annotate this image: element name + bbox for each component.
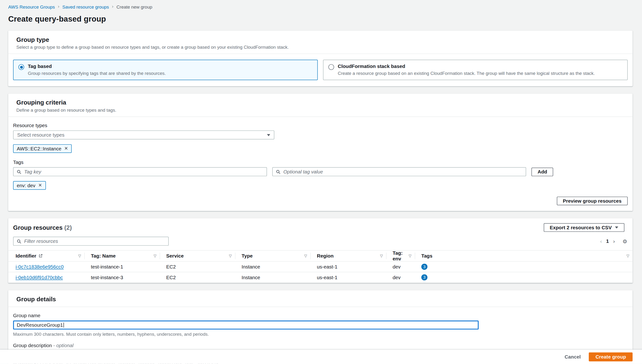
text-cursor: [63, 323, 64, 328]
cell-type: Instance: [235, 264, 311, 270]
group-resources-card: Group resources (2) Export 2 resources t…: [8, 218, 632, 283]
cell-service: EC2: [160, 264, 236, 270]
grouping-criteria-body: Resource types Select resource types AWS…: [8, 117, 632, 211]
grouping-criteria-title: Grouping criteria: [17, 99, 624, 106]
cell-identifier: i-0eb10d6f91d70cbbc: [8, 274, 85, 280]
previous-page-icon[interactable]: ‹: [600, 238, 602, 244]
close-icon[interactable]: ✕: [64, 146, 68, 151]
column-header-identifier[interactable]: Identifier ▽: [8, 252, 85, 259]
chevron-down-icon: [267, 134, 270, 136]
group-name-input[interactable]: DevResourceGroup1: [13, 320, 479, 330]
column-header-type[interactable]: Type ▽: [235, 252, 311, 259]
grouping-criteria-header: Grouping criteria Define a group based o…: [8, 94, 632, 117]
column-filter-icon: ▽: [626, 254, 629, 258]
tags-count-badge[interactable]: 3: [421, 274, 427, 280]
tile-cloudformation-description: Create a resource group based on an exis…: [338, 71, 595, 76]
external-link-icon: [38, 254, 42, 258]
search-icon: [17, 239, 22, 244]
cell-tag-name: test-instance-3: [85, 274, 160, 280]
page-content: AWS Resource Groups › Saved resource gro…: [0, 0, 642, 364]
search-icon: [17, 170, 22, 174]
tags-label: Tags: [13, 160, 628, 165]
cell-tag-env: dev: [386, 264, 415, 270]
tags-count-badge[interactable]: 3: [421, 264, 427, 270]
breadcrumb-current: Create new group: [116, 4, 152, 9]
resource-types-placeholder: Select resource types: [17, 132, 65, 138]
close-icon[interactable]: ✕: [38, 183, 42, 188]
column-filter-icon: ▽: [408, 254, 411, 258]
resource-type-token-label: AWS::EC2::Instance: [17, 146, 61, 151]
resource-link[interactable]: i-0c7c1838e6e956cc0: [16, 264, 64, 270]
pagination: ‹ 1 › ⚙: [600, 238, 627, 244]
resource-type-token[interactable]: AWS::EC2::Instance ✕: [13, 144, 72, 153]
tile-cloudformation-based[interactable]: CloudFormation stack based Create a reso…: [323, 60, 628, 80]
tag-value-placeholder: Optional tag value: [283, 169, 323, 175]
tile-tag-based-description: Group resources by specifying tags that …: [28, 71, 166, 76]
tag-token[interactable]: env: dev ✕: [13, 181, 46, 190]
column-header-tags[interactable]: Tags ▽: [415, 252, 633, 259]
group-name-help: Maximum 300 characters. Must contain onl…: [13, 332, 628, 336]
radio-selected-icon[interactable]: [18, 64, 24, 70]
tile-cloudformation-label: CloudFormation stack based: [338, 64, 595, 69]
cancel-button[interactable]: Cancel: [565, 354, 581, 360]
group-details-header: Group details: [8, 290, 632, 307]
page-number[interactable]: 1: [606, 238, 609, 244]
settings-gear-icon[interactable]: ⚙: [622, 238, 627, 244]
group-name-label: Group name: [13, 313, 628, 318]
chevron-right-icon: ›: [58, 4, 60, 9]
tile-tag-based[interactable]: Tag based Group resources by specifying …: [13, 60, 318, 80]
radio-unselected-icon[interactable]: [328, 64, 334, 70]
filter-resources-placeholder: Filter resources: [24, 238, 58, 244]
resource-types-select[interactable]: Select resource types: [13, 130, 274, 140]
create-group-button[interactable]: Create group: [589, 352, 633, 361]
next-page-icon[interactable]: ›: [613, 238, 615, 244]
chevron-down-icon: [615, 226, 618, 228]
resource-types-label: Resource types: [13, 122, 628, 128]
cell-type: Instance: [235, 274, 311, 280]
group-name-value: DevResourceGroup1: [17, 322, 63, 328]
grouping-criteria-description: Define a group based on resource types a…: [17, 108, 624, 112]
group-description-label: Group description - optional: [13, 342, 628, 348]
column-filter-icon: ▽: [380, 254, 383, 258]
column-filter-icon: ▽: [78, 254, 81, 258]
resource-counter: (2): [64, 224, 72, 231]
tile-tag-based-label: Tag based: [28, 64, 166, 69]
tag-key-placeholder: Tag key: [24, 169, 41, 175]
column-header-tag-env[interactable]: Tag: env ▽: [386, 252, 415, 259]
column-header-tag-name[interactable]: Tag: Name ▽: [85, 252, 160, 259]
cell-identifier: i-0c7c1838e6e956cc0: [8, 264, 85, 270]
table-row: i-0eb10d6f91d70cbbc test-instance-3 EC2 …: [8, 272, 632, 283]
breadcrumb-aws-resource-groups[interactable]: AWS Resource Groups: [8, 4, 55, 9]
resource-link[interactable]: i-0eb10d6f91d70cbbc: [16, 274, 63, 280]
cell-tags: 3: [415, 274, 633, 280]
group-details-title: Group details: [17, 296, 624, 302]
grouping-criteria-card: Grouping criteria Define a group based o…: [8, 94, 632, 211]
group-type-title: Group type: [17, 36, 624, 43]
group-resources-title: Group resources (2): [13, 224, 72, 231]
cell-region: us-east-1: [311, 264, 386, 270]
group-type-card: Group type Select a group type to define…: [8, 31, 632, 86]
add-tag-button[interactable]: Add: [531, 168, 553, 176]
preview-group-resources-button[interactable]: Preview group resources: [557, 197, 627, 205]
chevron-right-icon: ›: [112, 4, 114, 9]
page-title: Create query-based group: [8, 15, 632, 24]
column-filter-icon: ▽: [153, 254, 156, 258]
cell-region: us-east-1: [311, 274, 386, 280]
optional-hint: - optional: [53, 342, 74, 348]
table-header: Identifier ▽ Tag: Name ▽ Service ▽ Type …: [8, 250, 632, 262]
table-row: i-0c7c1838e6e956cc0 test-instance-1 EC2 …: [8, 262, 632, 272]
tag-value-input[interactable]: Optional tag value: [272, 167, 526, 176]
cell-tag-env: dev: [386, 274, 415, 280]
tag-key-input[interactable]: Tag key: [13, 167, 267, 176]
filter-resources-input[interactable]: Filter resources: [13, 237, 169, 246]
column-header-region[interactable]: Region ▽: [311, 252, 386, 259]
column-header-service[interactable]: Service ▽: [160, 252, 236, 259]
cell-tag-name: test-instance-1: [85, 264, 160, 270]
column-filter-icon: ▽: [229, 254, 232, 258]
cell-tags: 3: [415, 264, 633, 270]
search-icon: [276, 170, 281, 174]
breadcrumb-saved-resource-groups[interactable]: Saved resource groups: [62, 4, 109, 9]
group-type-description: Select a group type to define a group ba…: [17, 45, 624, 50]
tag-token-label: env: dev: [17, 182, 36, 188]
export-csv-button[interactable]: Export 2 resources to CSV: [543, 223, 624, 232]
